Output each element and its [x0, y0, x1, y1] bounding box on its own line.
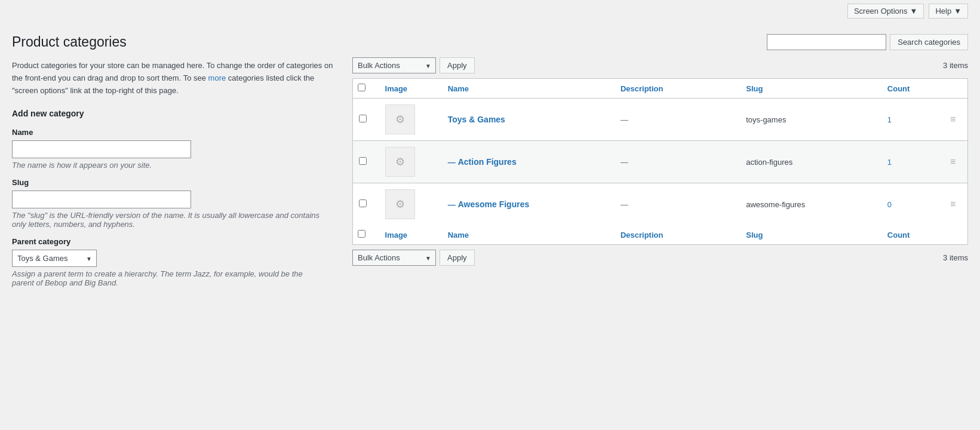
select-all-checkbox-bottom[interactable]: [358, 230, 365, 238]
row-2-checkbox[interactable]: [359, 199, 367, 207]
top-bar: Screen Options ▼ Help ▼: [0, 0, 980, 22]
row-image-cell: ⚙: [379, 141, 442, 183]
count-link-0[interactable]: 1: [887, 115, 892, 124]
footer-drag-col: [944, 225, 968, 245]
footer-header-image: Image: [379, 225, 442, 245]
row-drag-cell[interactable]: ≡: [944, 183, 968, 226]
bottom-bulk-actions-select[interactable]: Bulk Actions Delete: [352, 250, 436, 266]
header-name: Name: [442, 79, 615, 99]
slug-input[interactable]: [12, 191, 191, 208]
image-placeholder: ⚙: [385, 189, 415, 219]
name-hint: The name is how it appears on your site.: [12, 161, 334, 170]
right-panel: Search categories Bulk Actions Delete Ap…: [352, 34, 968, 296]
row-1-checkbox[interactable]: [359, 157, 367, 165]
row-name-cell: — Awesome Figures: [442, 183, 615, 226]
help-icon: ▼: [954, 7, 961, 16]
row-drag-cell[interactable]: ≡: [944, 99, 968, 141]
screen-options-button[interactable]: Screen Options ▼: [847, 4, 924, 19]
description-text: Product categories for your store can be…: [12, 60, 334, 97]
row-count-cell: 1: [881, 141, 944, 183]
bulk-actions-select[interactable]: Bulk Actions Delete: [352, 57, 436, 73]
add-new-category-title: Add new category: [12, 109, 334, 118]
parent-hint: Assign a parent term to create a hierarc…: [12, 269, 322, 287]
header-slug: Slug: [740, 79, 881, 99]
items-count-top: 3 items: [943, 61, 968, 70]
parent-select[interactable]: — None — Toys & Games Action Figures Awe…: [12, 250, 97, 267]
drag-handle-icon[interactable]: ≡: [950, 156, 956, 167]
table-header-row: Image Name Description Slug Count: [353, 79, 968, 99]
category-name-link-0[interactable]: Toys & Games: [448, 115, 505, 124]
table-row: ⚙— Awesome Figures—awesome-figures0≡: [353, 183, 968, 226]
left-panel: Product categories Product categories fo…: [12, 34, 334, 296]
header-image: Image: [379, 79, 442, 99]
row-checkbox-cell: [353, 183, 379, 226]
image-placeholder: ⚙: [385, 147, 415, 177]
parent-field-group: Parent category — None — Toys & Games Ac…: [12, 237, 334, 287]
bottom-bulk-select-wrapper: Bulk Actions Delete: [352, 250, 436, 266]
row-image-cell: ⚙: [379, 183, 442, 226]
row-name-cell: — Action Figures: [442, 141, 615, 183]
table-row: ⚙— Action Figures—action-figures1≡: [353, 141, 968, 183]
category-name-link-2[interactable]: Awesome Figures: [458, 199, 530, 209]
page-title: Product categories: [12, 34, 334, 50]
footer-header-count: Count: [881, 225, 944, 245]
row-checkbox-cell: [353, 99, 379, 141]
row-slug-cell: toys-games: [740, 99, 881, 141]
row-image-cell: ⚙: [379, 99, 442, 141]
row-drag-cell[interactable]: ≡: [944, 141, 968, 183]
items-count-bottom: 3 items: [943, 253, 968, 262]
header-checkbox-col: [353, 79, 379, 99]
apply-button-top[interactable]: Apply: [440, 57, 475, 73]
drag-handle-icon[interactable]: ≡: [950, 114, 956, 124]
footer-checkbox-col: [353, 225, 379, 245]
select-all-checkbox[interactable]: [358, 84, 365, 91]
row-slug-cell: awesome-figures: [740, 183, 881, 226]
help-label: Help: [935, 7, 951, 16]
row-slug-cell: action-figures: [740, 141, 881, 183]
category-name-link-1[interactable]: Action Figures: [458, 157, 517, 167]
footer-header-description: Description: [615, 225, 740, 245]
screen-options-label: Screen Options: [854, 7, 908, 16]
categories-table: Image Name Description Slug Count ⚙Toys …: [352, 78, 968, 245]
row-description-cell: —: [615, 141, 740, 183]
toolbar-left: Bulk Actions Delete Apply: [352, 57, 475, 73]
parent-select-wrapper: — None — Toys & Games Action Figures Awe…: [12, 250, 97, 267]
screen-options-icon: ▼: [910, 7, 918, 16]
slug-field-group: Slug The "slug" is the URL-friendly vers…: [12, 178, 334, 229]
row-description-cell: —: [615, 99, 740, 141]
more-link[interactable]: more: [208, 73, 226, 82]
row-checkbox-cell: [353, 141, 379, 183]
help-button[interactable]: Help ▼: [929, 4, 968, 19]
bottom-toolbar-left: Bulk Actions Delete Apply: [352, 250, 475, 266]
name-label: Name: [12, 128, 334, 137]
bulk-actions-select-wrapper: Bulk Actions Delete: [352, 57, 436, 73]
image-placeholder: ⚙: [385, 105, 415, 134]
row-count-cell: 1: [881, 99, 944, 141]
slug-label: Slug: [12, 178, 334, 187]
main-content: Product categories Product categories fo…: [0, 22, 980, 308]
top-toolbar: Bulk Actions Delete Apply 3 items: [352, 57, 968, 73]
header-drag-col: [944, 79, 968, 99]
name-input[interactable]: [12, 140, 191, 158]
slug-hint: The "slug" is the URL-friendly version o…: [12, 211, 334, 229]
row-count-cell: 0: [881, 183, 944, 226]
row-description-cell: —: [615, 183, 740, 226]
apply-button-bottom[interactable]: Apply: [440, 250, 475, 266]
row-name-cell: Toys & Games: [442, 99, 615, 141]
count-link-1[interactable]: 1: [887, 158, 892, 167]
search-input[interactable]: [767, 34, 886, 50]
parent-label: Parent category: [12, 237, 334, 246]
count-link-2[interactable]: 0: [887, 200, 892, 209]
indent-dash: —: [448, 200, 456, 209]
name-with-indent: — Awesome Figures: [448, 199, 609, 209]
indent-dash: —: [448, 158, 456, 167]
header-description: Description: [615, 79, 740, 99]
search-bar: Search categories: [352, 34, 968, 50]
name-field-group: Name The name is how it appears on your …: [12, 128, 334, 170]
bottom-toolbar: Bulk Actions Delete Apply 3 items: [352, 250, 968, 266]
drag-handle-icon[interactable]: ≡: [950, 199, 956, 209]
table-footer-header-row: Image Name Description Slug Count: [353, 225, 968, 245]
row-0-checkbox[interactable]: [359, 115, 367, 122]
search-categories-button[interactable]: Search categories: [890, 34, 968, 50]
footer-header-slug: Slug: [740, 225, 881, 245]
